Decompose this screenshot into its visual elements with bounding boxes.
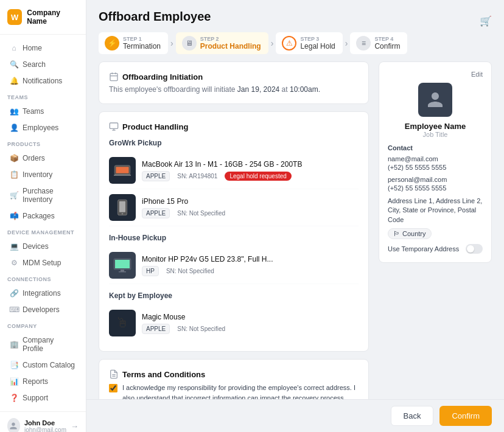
serial-tag: SN: Not Specified — [173, 324, 229, 333]
cart-button[interactable]: 🛒 — [480, 15, 492, 27]
terms-text: I acknowledge my responsibility for prov… — [122, 383, 359, 399]
device-monitor-name: Monitor HP P24v G5 LED 23.8", Full H... — [142, 255, 359, 263]
inventory-icon: 📋 — [10, 170, 18, 179]
step-divider-3: › — [345, 38, 348, 48]
device-section-label: DEVICE MANAGEMENT — [0, 225, 86, 238]
sidebar-item-label: Orders — [23, 154, 45, 162]
confirm-button[interactable]: Confirm — [439, 406, 492, 426]
device-iphone-thumb — [109, 194, 136, 221]
content-area: Offboarding Initiation This employee's o… — [86, 61, 504, 399]
sidebar-item-label: Home — [23, 44, 42, 52]
employee-job-title: Job Title — [388, 131, 483, 138]
sidebar-item-home[interactable]: ⌂ Home — [2, 40, 83, 56]
sidebar-item-mdm-setup[interactable]: ⚙ MDM Setup — [2, 255, 83, 271]
serial-tag: SN: Not Specified — [163, 267, 218, 276]
avatar — [7, 418, 20, 432]
step-confirm-info: STEP 4 Confirm — [374, 36, 400, 51]
teams-section-label: TEAMS — [0, 89, 86, 103]
country-tag: 🏳 Country — [388, 228, 432, 239]
sidebar-item-developers[interactable]: ⌨ Developers — [2, 302, 83, 318]
sidebar-item-search[interactable]: 🔍 Search — [2, 57, 83, 72]
user-name: John Doe — [24, 419, 66, 427]
step-confirm-label: Confirm — [374, 42, 400, 51]
sidebar-item-label: Teams — [23, 107, 44, 116]
svg-point-12 — [122, 213, 124, 215]
svg-rect-11 — [119, 201, 125, 212]
step-termination-icon: ⚡ — [105, 36, 119, 51]
step-product-handling[interactable]: 🖥 STEP 2 Product Handling — [176, 32, 268, 54]
terms-card: Terms and Conditions I acknowledge my re… — [99, 359, 369, 399]
growrk-pickup-title: GroWrk Pickup — [109, 139, 359, 147]
sidebar: W Company Name ⌂ Home 🔍 Search 🔔 Notific… — [0, 0, 86, 432]
step-product-handling-label: Product Handling — [200, 42, 261, 51]
sidebar-item-packages[interactable]: 📫 Packages — [2, 208, 83, 224]
sidebar-item-label: Search — [23, 60, 46, 69]
sidebar-item-label: Custom Catalog — [23, 361, 75, 369]
serial-tag: SN: AR194801 — [173, 172, 221, 181]
device-monitor-thumb — [109, 252, 136, 279]
devices-icon: 💻 — [10, 242, 18, 251]
temp-address-row: Use Temporary Address — [388, 244, 483, 254]
sidebar-navigation: ⌂ Home 🔍 Search 🔔 Notifications TEAMS 👥 … — [0, 35, 86, 411]
sidebar-item-support[interactable]: ❓ Support — [2, 390, 83, 406]
purchase-icon: 🛒 — [10, 191, 18, 200]
product-handling-title: Product Handling — [109, 122, 359, 131]
device-iphone-info: iPhone 15 Pro APPLE SN: Not Specified — [142, 197, 359, 218]
sidebar-item-custom-catalog[interactable]: 📑 Custom Catalog — [2, 357, 83, 373]
sidebar-item-integrations[interactable]: 🔗 Integrations — [2, 285, 83, 301]
edit-button[interactable]: Edit — [471, 71, 483, 78]
employee-card: Edit Employee Name Job Title Contact nam… — [379, 61, 492, 263]
svg-rect-8 — [116, 167, 129, 173]
secondary-phone: (+52) 55 5555 5555 — [388, 184, 483, 192]
back-button[interactable]: Back — [391, 406, 434, 426]
step-legal-hold-label: Legal Hold — [300, 42, 335, 51]
device-mouse-name: Magic Mouse — [142, 313, 359, 321]
mdm-icon: ⚙ — [10, 259, 18, 267]
contact-email-1: name@mail.com (+52) 55 5555 5555 — [388, 155, 483, 171]
integrations-icon: 🔗 — [10, 289, 18, 298]
sidebar-item-orders[interactable]: 📦 Orders — [2, 150, 83, 166]
step-termination-label: Termination — [123, 42, 161, 51]
device-mouse-tags: APPLE SN: Not Specified — [142, 324, 359, 334]
monitor-image — [113, 258, 131, 273]
support-icon: ❓ — [10, 394, 18, 402]
step-termination[interactable]: ⚡ STEP 1 Termination — [99, 32, 168, 54]
device-monitor-tags: HP SN: Not Specified — [142, 266, 359, 276]
side-panel: Edit Employee Name Job Title Contact nam… — [379, 61, 492, 389]
sidebar-item-notifications[interactable]: 🔔 Notifications — [2, 73, 83, 89]
step-legal-hold[interactable]: ⚠ STEP 3 Legal Hold — [276, 32, 342, 54]
sidebar-item-label: Packages — [23, 212, 55, 220]
initiation-text: This employee's offboarding will initiat… — [109, 85, 359, 94]
legal-hold-badge: Legal hold requested — [225, 172, 291, 181]
step-confirm[interactable]: ≡ STEP 4 Confirm — [350, 32, 407, 54]
step-legal-hold-info: STEP 3 Legal Hold — [300, 36, 335, 51]
sidebar-item-teams[interactable]: 👥 Teams — [2, 103, 83, 119]
device-iphone: iPhone 15 Pro APPLE SN: Not Specified — [109, 189, 359, 226]
temp-address-toggle[interactable] — [466, 244, 483, 254]
initiation-card-title: Offboarding Initiation — [109, 72, 359, 82]
secondary-email: personal@mail.com — [388, 176, 483, 183]
brand-tag-hp: HP — [142, 266, 159, 276]
sidebar-item-inventory[interactable]: 📋 Inventory — [2, 167, 83, 183]
logout-icon[interactable]: → — [71, 422, 79, 431]
terms-icon — [109, 369, 119, 379]
sidebar-item-employees[interactable]: 👤 Employees — [2, 120, 83, 136]
sidebar-item-purchase-inventory[interactable]: 🛒 Purchase Inventory — [2, 183, 83, 207]
device-iphone-name: iPhone 15 Pro — [142, 197, 359, 206]
orders-icon: 📦 — [10, 154, 18, 162]
device-mouse-thumb: 🖱 — [109, 310, 136, 336]
page-title: Offboard Employee — [99, 10, 211, 24]
sidebar-item-devices[interactable]: 💻 Devices — [2, 239, 83, 254]
user-details: John Doe john@mail.com — [24, 419, 66, 433]
toggle-knob — [467, 245, 474, 253]
sidebar-item-reports[interactable]: 📊 Reports — [2, 374, 83, 389]
packages-icon: 📫 — [10, 212, 18, 220]
main-content: Offboard Employee 🛒 ⚡ STEP 1 Termination… — [86, 0, 504, 432]
sidebar-item-company-profile[interactable]: 🏢 Company Profile — [2, 332, 83, 357]
device-mouse-info: Magic Mouse APPLE SN: Not Specified — [142, 313, 359, 334]
product-handling-card: Product Handling GroWrk Pickup MacBook — [99, 111, 369, 352]
teams-icon: 👥 — [10, 107, 18, 116]
employee-address: Address Line 1, Address Line 2, City, St… — [388, 197, 483, 225]
sidebar-logo: W Company Name — [0, 0, 86, 35]
terms-checkbox[interactable] — [109, 384, 117, 392]
